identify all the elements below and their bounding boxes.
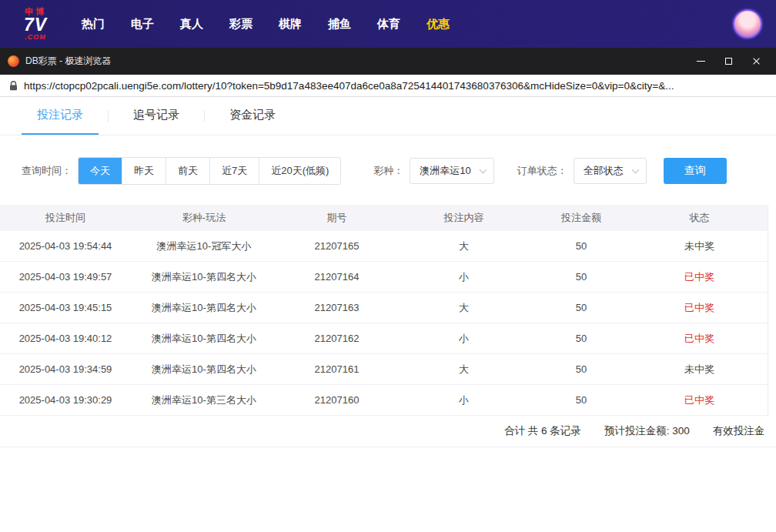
order-status-select[interactable]: 全部状态 (574, 158, 647, 184)
cell-content: 大 (396, 363, 531, 376)
nav-item-slots[interactable]: 电子 (129, 12, 156, 36)
time-option-last-7-days[interactable]: 近7天 (209, 158, 259, 184)
cell-game: 澳洲幸运10-第四名大小 (131, 332, 277, 346)
column-header: 期号 (277, 211, 396, 225)
table-row: 2025-04-03 19:54:44澳洲幸运10-冠军大小21207165大5… (0, 231, 768, 262)
cell-time: 2025-04-03 19:45:15 (0, 302, 131, 313)
avatar[interactable] (733, 9, 762, 38)
tab-bet-records[interactable]: 投注记录 (22, 97, 99, 135)
cell-amount: 50 (531, 363, 631, 375)
cell-status: 未中奖 (631, 363, 768, 376)
status-select-value: 全部状态 (584, 164, 624, 178)
lottery-select-value: 澳洲幸运10 (420, 164, 470, 178)
cell-game: 澳洲幸运10-第四名大小 (131, 301, 277, 315)
column-header: 彩种-玩法 (131, 211, 277, 225)
nav-item-fishing[interactable]: 捕鱼 (326, 12, 353, 36)
cell-amount: 50 (531, 271, 631, 283)
logo-brand-suffix: .COM (11, 34, 60, 41)
cell-time: 2025-04-03 19:49:57 (0, 271, 131, 283)
query-button[interactable]: 查询 (664, 158, 727, 184)
time-filter-label: 查询时间： (22, 164, 72, 178)
chevron-down-icon (479, 166, 487, 174)
close-icon (752, 57, 761, 65)
nav-item-chess[interactable]: 棋牌 (277, 12, 303, 36)
tab-chase-records[interactable]: 追号记录 (118, 97, 195, 135)
table-body: 2025-04-03 19:54:44澳洲幸运10-冠军大小21207165大5… (0, 231, 768, 416)
table-row: 2025-04-03 19:34:59澳洲幸运10-第四名大小21207161大… (0, 354, 768, 385)
logo-brand-main: 7V.COM (11, 16, 60, 41)
close-button[interactable] (742, 48, 770, 75)
nav-item-hot[interactable]: 热门 (80, 12, 106, 36)
summary-row: 合计 共 6 条记录 预计投注金额: 300 有效投注金 (0, 416, 776, 447)
lottery-select[interactable]: 澳洲幸运10 (410, 158, 493, 184)
cell-time: 2025-04-03 19:54:44 (0, 240, 131, 252)
cell-game: 澳洲幸运10-第四名大小 (131, 363, 277, 376)
site-nav: 申博 7V.COM 热门电子真人彩票棋牌捕鱼体育优惠 (0, 0, 776, 48)
tab-bar: 投注记录追号记录资金记录 (0, 97, 776, 136)
time-option-last-20-days[interactable]: 近20天(低频) (259, 158, 340, 184)
cell-time: 2025-04-03 19:34:59 (0, 363, 131, 375)
cell-time: 2025-04-03 19:30:29 (0, 394, 131, 406)
summary-valid-amount: 有效投注金 (713, 424, 765, 438)
summary-total: 合计 共 6 条记录 (504, 424, 581, 438)
nav-item-live[interactable]: 真人 (179, 12, 205, 36)
url-text: https://ctopcp02pcali.uengi5e.com/lotter… (24, 80, 674, 92)
status-filter-label: 订单状态： (517, 164, 567, 178)
table-row: 2025-04-03 19:40:12澳洲幸运10-第四名大小21207162小… (0, 323, 768, 354)
time-option-today[interactable]: 今天 (79, 158, 122, 184)
table-header-row: 投注时间彩种-玩法期号投注内容投注金额状态 (0, 205, 768, 231)
site-logo[interactable]: 申博 7V.COM (11, 8, 60, 41)
maximize-button[interactable] (714, 48, 742, 75)
browser-titlebar: DB彩票 - 极速浏览器 (0, 48, 776, 75)
lottery-filter-label: 彩种： (373, 164, 403, 178)
browser-favicon-icon (8, 55, 19, 67)
chevron-down-icon (631, 166, 639, 174)
nav-items: 热门电子真人彩票棋牌捕鱼体育优惠 (80, 12, 451, 36)
cell-issue: 21207160 (277, 394, 396, 406)
maximize-icon (725, 58, 732, 65)
cell-issue: 21207163 (277, 302, 396, 313)
time-option-day-before[interactable]: 前天 (166, 158, 209, 184)
summary-expected-amount: 预计投注金额: 300 (604, 424, 690, 438)
cell-content: 大 (396, 239, 531, 253)
window-title: DB彩票 - 极速浏览器 (25, 55, 111, 68)
bet-records-table: 投注时间彩种-玩法期号投注内容投注金额状态 2025-04-03 19:54:4… (0, 205, 776, 447)
tab-fund-records[interactable]: 资金记录 (214, 97, 291, 135)
cell-status: 已中奖 (631, 270, 768, 284)
time-option-yesterday[interactable]: 昨天 (122, 158, 166, 184)
cell-issue: 21207162 (277, 333, 396, 344)
column-header: 投注时间 (0, 211, 131, 225)
table-row: 2025-04-03 19:45:15澳洲幸运10-第四名大小21207163大… (0, 293, 768, 323)
time-filter-group: 今天昨天前天近7天近20天(低频) (78, 157, 341, 185)
minimize-icon (697, 61, 705, 62)
tab-divider (108, 110, 109, 122)
cell-content: 大 (396, 301, 531, 315)
cell-amount: 50 (531, 302, 631, 313)
cell-amount: 50 (531, 333, 631, 344)
column-header: 投注内容 (396, 211, 531, 225)
cell-issue: 21207161 (277, 363, 396, 375)
cell-game: 澳洲幸运10-冠军大小 (131, 239, 277, 253)
address-bar[interactable]: https://ctopcp02pcali.uengi5e.com/lotter… (0, 75, 776, 97)
lock-icon (9, 81, 18, 91)
cell-status: 已中奖 (631, 332, 768, 346)
tab-divider (204, 110, 205, 122)
cell-issue: 21207165 (277, 240, 396, 252)
cell-status: 已中奖 (631, 393, 768, 407)
cell-content: 小 (396, 270, 531, 284)
column-header: 状态 (631, 211, 768, 225)
cell-status: 已中奖 (631, 301, 768, 315)
cell-time: 2025-04-03 19:40:12 (0, 333, 131, 344)
cell-amount: 50 (531, 240, 631, 252)
cell-amount: 50 (531, 394, 631, 406)
nav-item-sports[interactable]: 体育 (376, 12, 402, 36)
minimize-button[interactable] (687, 48, 714, 75)
filter-bar: 查询时间： 今天昨天前天近7天近20天(低频) 彩种： 澳洲幸运10 订单状态：… (0, 157, 776, 185)
nav-item-lottery[interactable]: 彩票 (228, 12, 254, 36)
nav-item-promos[interactable]: 优惠 (425, 12, 451, 36)
cell-game: 澳洲幸运10-第三名大小 (131, 393, 277, 407)
table-row: 2025-04-03 19:49:57澳洲幸运10-第四名大小21207164小… (0, 262, 768, 293)
cell-content: 小 (396, 332, 531, 346)
cell-content: 小 (396, 393, 531, 407)
column-header: 投注金额 (531, 211, 631, 225)
